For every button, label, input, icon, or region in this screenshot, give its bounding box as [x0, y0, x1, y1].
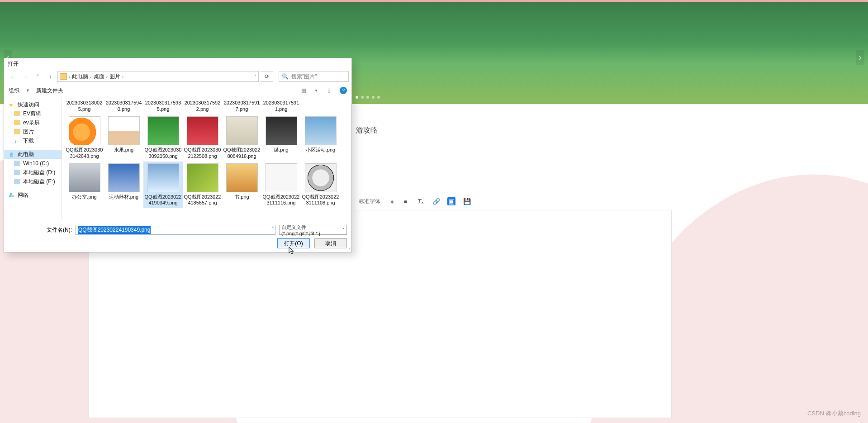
dialog-title: 打开 — [4, 58, 351, 69]
filetype-select[interactable]: 自定义文件 (*.png;*.gif;*.jfif;*.j ˅ — [279, 225, 347, 235]
preview-pane-icon[interactable]: ▯ — [324, 86, 333, 95]
file-thumbnail — [69, 116, 100, 145]
search-icon: 🔍 — [282, 73, 289, 80]
filename-input[interactable]: QQ截图20230224190349.png ˅ — [76, 225, 275, 235]
file-item[interactable]: QQ截图20230303142643.png — [65, 114, 104, 162]
file-item[interactable]: QQ截图20230303092050.png — [143, 114, 183, 162]
file-thumbnail — [226, 163, 258, 192]
file-item[interactable]: QQ截图20230223111116.png — [261, 162, 301, 209]
nav-item-folder[interactable]: EV剪辑 — [4, 109, 62, 118]
file-label: 书.png — [234, 194, 249, 200]
file-item[interactable]: 书.png — [222, 162, 261, 209]
breadcrumb-segment[interactable]: 此电脑 — [72, 73, 88, 81]
file-label: 20230303180025.png — [66, 100, 103, 113]
nav-item-downloads[interactable]: ↓下载 — [4, 136, 62, 145]
file-thumbnail — [226, 116, 258, 145]
file-thumbnail — [108, 116, 140, 145]
nav-back-icon[interactable]: ← — [7, 71, 18, 82]
file-item[interactable]: 煤.png — [261, 114, 301, 162]
watermark: CSDN @小蔡coding — [807, 409, 861, 418]
breadcrumb-segment[interactable]: 桌面 — [94, 73, 104, 81]
file-label: QQ截图20230223111116.png — [262, 194, 300, 207]
page-content-title: 游攻略 — [356, 126, 378, 135]
nav-item-folder[interactable]: ev录屏 — [4, 118, 62, 127]
cancel-button[interactable]: 取消 — [314, 238, 347, 248]
clear-format-icon[interactable]: Tₓ — [417, 197, 425, 205]
file-label: QQ截图20230302122508.png — [184, 147, 221, 160]
file-item[interactable]: 运动器材.png — [104, 162, 143, 209]
view-mode-icon[interactable]: ▦ — [299, 86, 308, 95]
file-thumbnail — [305, 116, 337, 145]
filename-value: QQ截图20230224190349.png — [78, 226, 151, 234]
image-icon[interactable]: ▣ — [447, 197, 455, 205]
breadcrumb-segment[interactable]: 图片 — [109, 73, 120, 81]
organize-dropdown-icon[interactable]: ▼ — [26, 88, 30, 93]
dialog-address-bar: ← → ˅ ↑ › 此电脑 › 桌面 › 图片 › ˅ ⟳ 🔍 搜索"图片" — [4, 69, 351, 84]
nav-quick-access[interactable]: ★快速访问 — [4, 100, 62, 109]
filename-dropdown-icon[interactable]: ˅ — [272, 226, 274, 231]
file-item[interactable]: 20230303175940.png — [104, 98, 143, 114]
file-item[interactable]: QQ截图20230224185657.png — [183, 162, 222, 209]
filetype-value: 自定义文件 (*.png;*.gif;*.jfif;*.j — [281, 224, 345, 236]
file-label: 水果.png — [114, 147, 133, 153]
file-thumbnail — [69, 163, 100, 192]
file-item[interactable]: 小区活动.png — [301, 114, 340, 162]
file-item[interactable]: 水果.png — [104, 114, 143, 162]
carousel-next-icon[interactable]: › — [856, 50, 864, 65]
view-mode-dropdown-icon[interactable]: ▼ — [314, 89, 318, 93]
file-thumbnail — [187, 116, 218, 145]
organize-button[interactable]: 组织 — [9, 87, 19, 95]
file-item[interactable]: QQ截图20230228084916.png — [222, 114, 261, 162]
breadcrumb-dropdown-icon[interactable]: ˅ — [254, 74, 256, 79]
filetype-dropdown-icon[interactable]: ˅ — [342, 228, 345, 232]
nav-this-pc[interactable]: 🖥此电脑 — [4, 150, 62, 159]
nav-network[interactable]: 🖧网络 — [4, 190, 62, 200]
file-item[interactable]: 20230303180025.png — [65, 98, 104, 114]
file-label: QQ截图20230303142643.png — [66, 147, 103, 160]
file-item[interactable]: QQ截图20230224190349.png — [143, 162, 183, 209]
breadcrumb[interactable]: › 此电脑 › 桌面 › 图片 › ˅ — [57, 71, 259, 82]
file-label: 小区活动.png — [306, 147, 335, 153]
font-size-label[interactable]: 标准字体 — [356, 197, 383, 206]
file-label: 20230303175922.png — [184, 100, 221, 113]
nav-pane: ★快速访问 EV剪辑 ev录屏 图片 ↓下载 🖥此电脑 Win10 (C:) 本… — [4, 97, 62, 221]
link-icon[interactable]: 🔗 — [432, 197, 440, 205]
file-item[interactable]: 20230303175917.png — [222, 98, 261, 114]
nav-recent-dropdown-icon[interactable]: ˅ — [32, 71, 43, 82]
filename-label: 文件名(N): — [9, 226, 72, 234]
file-thumbnail — [147, 116, 179, 145]
file-thumbnail — [187, 163, 218, 192]
file-open-dialog: 打开 ← → ˅ ↑ › 此电脑 › 桌面 › 图片 › ˅ ⟳ 🔍 搜索"图片… — [4, 58, 352, 252]
nav-item-folder[interactable]: 图片 — [4, 127, 62, 136]
folder-icon — [60, 73, 67, 80]
file-item[interactable]: 20230303175935.png — [143, 98, 183, 114]
carousel-dots[interactable] — [356, 96, 380, 99]
file-item[interactable]: QQ截图20230302122508.png — [183, 114, 222, 162]
file-thumbnail — [266, 163, 297, 192]
file-label: 20230303175940.png — [105, 100, 142, 113]
refresh-icon[interactable]: ⟳ — [261, 71, 273, 82]
dialog-footer: 文件名(N): QQ截图20230224190349.png ˅ 自定义文件 (… — [4, 221, 351, 252]
nav-item-drive[interactable]: 本地磁盘 (E:) — [4, 177, 62, 186]
open-button[interactable]: 打开(O) — [277, 238, 310, 248]
file-item[interactable]: 20230303175922.png — [183, 98, 222, 114]
nav-item-drive[interactable]: 本地磁盘 (D:) — [4, 168, 62, 177]
search-input[interactable]: 🔍 搜索"图片" — [279, 71, 349, 82]
file-item[interactable]: 20230303175911.png — [261, 98, 301, 114]
align-icon[interactable]: ≡ — [401, 197, 409, 205]
nav-up-icon[interactable]: ↑ — [45, 71, 56, 82]
file-label: QQ截图20230224185657.png — [184, 194, 221, 207]
resize-grip-icon[interactable]: ⋰ — [347, 247, 351, 251]
save-icon[interactable]: 💾 — [463, 197, 471, 205]
file-item[interactable]: QQ截图20230223111108.png — [301, 162, 340, 209]
file-label: QQ截图20230228084916.png — [223, 147, 261, 160]
dialog-toolbar: 组织 ▼ 新建文件夹 ▦ ▼ ▯ ? — [4, 84, 351, 97]
help-icon[interactable]: ? — [340, 87, 347, 94]
file-label: QQ截图20230223111108.png — [302, 194, 339, 207]
nav-item-drive[interactable]: Win10 (C:) — [4, 159, 62, 168]
file-list[interactable]: 20230303180025.png20230303175940.png2023… — [62, 97, 351, 221]
font-size-dropdown-icon[interactable]: ◆ — [390, 199, 394, 204]
file-item[interactable]: 办公室.png — [65, 162, 104, 209]
file-label: QQ截图20230303092050.png — [144, 147, 182, 160]
new-folder-button[interactable]: 新建文件夹 — [36, 87, 63, 95]
